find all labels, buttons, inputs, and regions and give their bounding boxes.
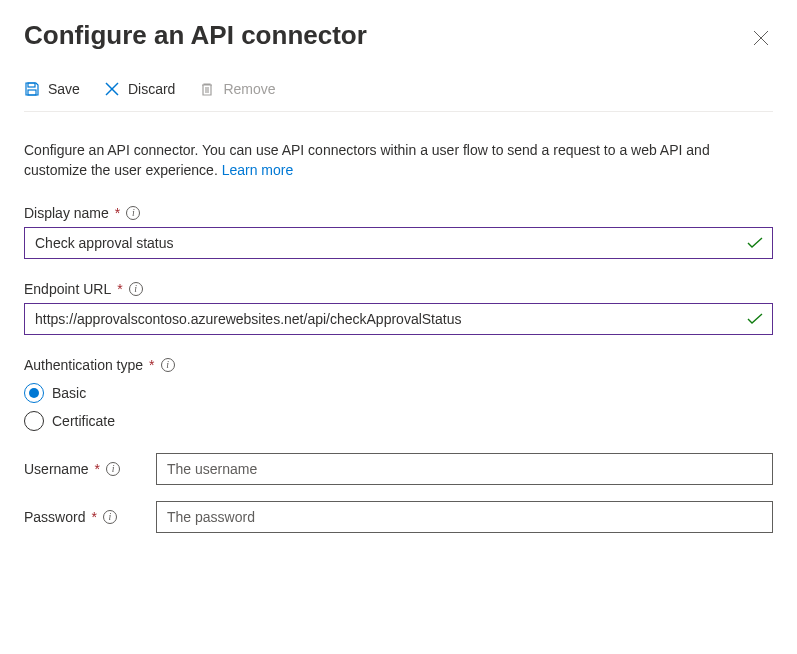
username-input[interactable]	[156, 453, 773, 485]
discard-label: Discard	[128, 81, 175, 97]
remove-label: Remove	[223, 81, 275, 97]
required-indicator: *	[149, 357, 154, 373]
auth-type-basic-option[interactable]: Basic	[24, 383, 773, 403]
required-indicator: *	[91, 509, 96, 525]
password-label: Password	[24, 509, 85, 525]
auth-type-certificate-label: Certificate	[52, 413, 115, 429]
save-icon	[24, 81, 40, 97]
auth-type-certificate-option[interactable]: Certificate	[24, 411, 773, 431]
save-label: Save	[48, 81, 80, 97]
trash-icon	[199, 81, 215, 97]
toolbar: Save Discard Remove	[24, 81, 773, 112]
x-icon	[104, 81, 120, 97]
close-icon	[753, 30, 769, 46]
learn-more-link[interactable]: Learn more	[222, 162, 294, 178]
description-body: Configure an API connector. You can use …	[24, 142, 710, 178]
display-name-input[interactable]	[24, 227, 773, 259]
info-icon[interactable]: i	[126, 206, 140, 220]
auth-type-radio-group: Basic Certificate	[24, 383, 773, 431]
info-icon[interactable]: i	[161, 358, 175, 372]
svg-rect-2	[28, 83, 35, 87]
endpoint-url-label: Endpoint URL	[24, 281, 111, 297]
close-button[interactable]	[749, 26, 773, 53]
info-icon[interactable]: i	[106, 462, 120, 476]
check-icon	[747, 237, 763, 249]
check-icon	[747, 313, 763, 325]
username-label: Username	[24, 461, 89, 477]
auth-type-basic-label: Basic	[52, 385, 86, 401]
radio-checked-icon	[24, 383, 44, 403]
endpoint-url-input[interactable]	[24, 303, 773, 335]
remove-button: Remove	[199, 81, 275, 97]
save-button[interactable]: Save	[24, 81, 80, 97]
radio-unchecked-icon	[24, 411, 44, 431]
info-icon[interactable]: i	[129, 282, 143, 296]
svg-rect-3	[28, 90, 36, 95]
required-indicator: *	[117, 281, 122, 297]
info-icon[interactable]: i	[103, 510, 117, 524]
required-indicator: *	[95, 461, 100, 477]
page-title: Configure an API connector	[24, 20, 367, 51]
display-name-label: Display name	[24, 205, 109, 221]
discard-button[interactable]: Discard	[104, 81, 175, 97]
required-indicator: *	[115, 205, 120, 221]
auth-type-label: Authentication type	[24, 357, 143, 373]
password-input[interactable]	[156, 501, 773, 533]
description-text: Configure an API connector. You can use …	[24, 140, 773, 181]
